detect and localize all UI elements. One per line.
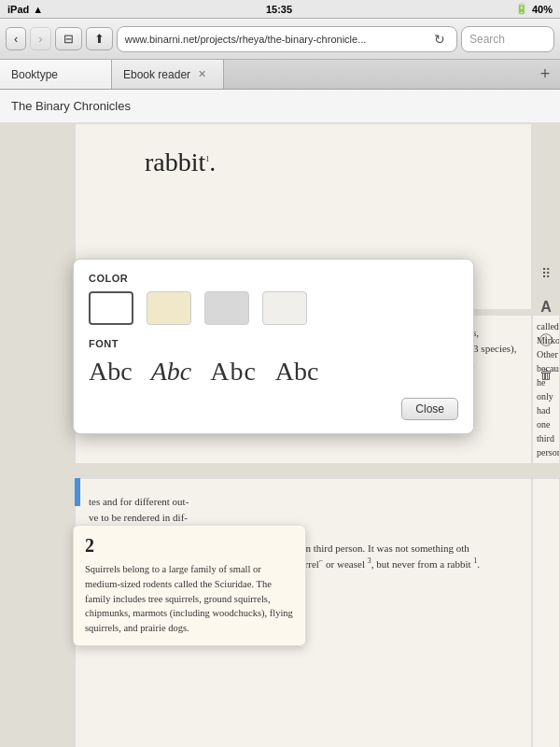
search-placeholder: Search	[469, 33, 505, 46]
wifi-icon: ▲	[33, 4, 43, 15]
text-size-icon[interactable]: A	[536, 297, 556, 317]
status-right: 🔋 40%	[515, 3, 553, 15]
popup-close-row: Close	[89, 398, 458, 420]
font-sample-4[interactable]: Abc	[275, 357, 319, 387]
status-bar: iPad ▲ 15:35 🔋 40%	[0, 0, 560, 19]
page-title-bar: The Binary Chronicles	[0, 90, 560, 123]
forward-button[interactable]: ›	[30, 27, 50, 50]
page-title: The Binary Chronicles	[11, 99, 131, 113]
tab-booktype[interactable]: Booktype	[0, 60, 112, 89]
font-section-label: FONT	[89, 338, 458, 349]
tab-booktype-label: Booktype	[11, 68, 58, 81]
swatch-white[interactable]	[89, 291, 133, 325]
grid-icon[interactable]: ⠿	[536, 263, 556, 284]
rabbit-word: rabbit1.	[145, 143, 518, 182]
blue-tab-indicator	[75, 478, 80, 506]
font-sample-3[interactable]: Abc	[210, 357, 257, 387]
swatch-light[interactable]	[262, 291, 307, 325]
page-top-text: rabbit1.	[76, 124, 531, 191]
url-text: www.binarni.net/projects/rheya/the-binar…	[125, 34, 367, 45]
bot-text-top: tes and for different out-ve to be rende…	[89, 496, 189, 523]
font-sample-1[interactable]: Abc	[89, 357, 133, 387]
font-samples: Abc Abc Abc Abc	[89, 357, 458, 387]
tab-close-icon[interactable]: ✕	[198, 68, 206, 80]
refresh-icon[interactable]: ↻	[430, 30, 449, 49]
close-button[interactable]: Close	[401, 398, 458, 420]
swatch-cream[interactable]	[147, 291, 191, 325]
font-sample-2[interactable]: Abc	[151, 357, 192, 387]
color-swatches	[89, 291, 458, 325]
battery-icon: 🔋	[515, 3, 528, 15]
footnote-text: Squirrels belong to a large family of sm…	[85, 562, 294, 636]
footnote-popup: 2 Squirrels belong to a large family of …	[73, 525, 306, 646]
color-picker-popup: COLOR FONT Abc Abc Abc Abc Close	[73, 259, 474, 434]
ipad-label: iPad	[7, 4, 29, 15]
trash-icon[interactable]: 🗑	[536, 364, 556, 385]
swatch-gray[interactable]	[204, 291, 249, 325]
status-left: iPad ▲	[7, 4, 43, 15]
bookmarks-button[interactable]: ⊟	[55, 27, 82, 50]
color-section-label: COLOR	[89, 273, 458, 284]
content-area: rabbit1. COLOR FONT Abc Abc Abc Abc Clos…	[0, 123, 560, 747]
tab-bar: Booktype Ebook reader ✕ +	[0, 60, 560, 90]
tab-ebook-label: Ebook reader	[123, 68, 190, 81]
share-button[interactable]: ⬆	[86, 27, 113, 50]
sidebar-icons: ⠿ A ⓘ 🗑	[536, 263, 556, 385]
status-time: 15:35	[266, 4, 292, 15]
footnote-number: 2	[85, 535, 294, 557]
battery-label: 40%	[532, 4, 553, 15]
book-page-bot-right	[532, 478, 560, 747]
info-icon[interactable]: ⓘ	[536, 331, 556, 351]
tab-add-button[interactable]: +	[530, 60, 560, 89]
url-bar[interactable]: www.binarni.net/projects/rheya/the-binar…	[117, 26, 457, 52]
back-button[interactable]: ‹	[6, 27, 26, 50]
search-box[interactable]: Search	[461, 26, 554, 52]
nav-bar: ‹ › ⊟ ⬆ www.binarni.net/projects/rheya/t…	[0, 19, 560, 60]
rabbit-dot: .	[209, 148, 216, 176]
rabbit-text: rabbit	[145, 148, 205, 176]
tab-ebook-reader[interactable]: Ebook reader ✕	[112, 60, 224, 89]
